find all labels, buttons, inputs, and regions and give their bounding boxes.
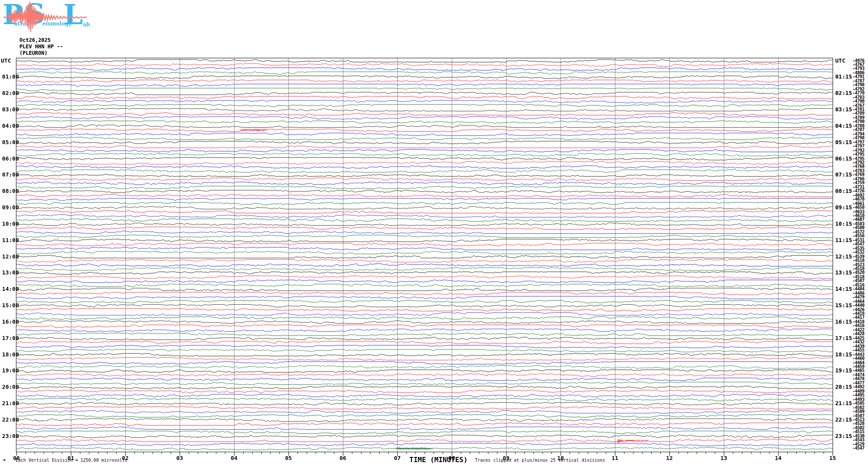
psl-logo: P atras S eismology L ab bbox=[3, 0, 93, 35]
right-hour-label: 02:15 bbox=[835, 90, 852, 96]
header-date: Oct26,2025 bbox=[19, 37, 51, 43]
left-hour-label: 03:00 bbox=[0, 107, 19, 113]
left-hour-label: 01:00 bbox=[0, 74, 19, 80]
right-hour-label: 15:15 bbox=[835, 302, 852, 309]
right-hour-label: 14:15 bbox=[835, 286, 852, 292]
seismogram-trace-canvas bbox=[16, 58, 833, 452]
x-tick-label: 14 bbox=[772, 455, 785, 461]
x-tick-label: 08 bbox=[445, 455, 458, 461]
x-tick-label: 11 bbox=[608, 455, 621, 461]
right-hour-label: 09:15 bbox=[835, 205, 852, 211]
right-hour-label: 19:15 bbox=[835, 368, 852, 374]
x-tick-label: 15 bbox=[826, 455, 839, 461]
left-hour-label: 21:00 bbox=[0, 400, 19, 406]
x-tick-label: 02 bbox=[119, 455, 132, 461]
left-hour-label: 05:00 bbox=[0, 139, 19, 145]
right-hour-label: 11:15 bbox=[835, 237, 852, 243]
left-hour-label: 04:00 bbox=[0, 123, 19, 129]
left-axis-utc-label: UTC bbox=[1, 58, 11, 64]
left-hour-label: 12:00 bbox=[0, 254, 19, 260]
right-axis-utc-label: UTC bbox=[835, 58, 845, 64]
right-hour-label: 10:15 bbox=[835, 221, 852, 227]
x-tick-label: 09 bbox=[500, 455, 513, 461]
left-hour-label: 15:00 bbox=[0, 302, 19, 309]
right-hour-label: 18:15 bbox=[835, 352, 852, 358]
right-hour-label: 06:15 bbox=[835, 156, 852, 162]
right-hour-label: 04:15 bbox=[835, 123, 852, 129]
webicorder-page: { "logo": { "letter_p": "P", "word_p": "… bbox=[0, 0, 868, 466]
left-hour-label: 09:00 bbox=[0, 205, 19, 211]
left-hour-label: 06:00 bbox=[0, 156, 19, 162]
x-tick-label: 07 bbox=[391, 455, 404, 461]
x-tick-label: 10 bbox=[554, 455, 567, 461]
right-hour-label: 12:15 bbox=[835, 254, 852, 260]
left-hour-label: 23:00 bbox=[0, 433, 19, 439]
left-hour-label: 07:00 bbox=[0, 172, 19, 178]
right-hour-label: 07:15 bbox=[835, 172, 852, 178]
left-hour-label: 14:00 bbox=[0, 286, 19, 292]
left-hour-label: 13:00 bbox=[0, 270, 19, 276]
x-tick-label: 04 bbox=[228, 455, 241, 461]
right-hour-label: 05:15 bbox=[835, 139, 852, 145]
x-tick-label: 06 bbox=[336, 455, 349, 461]
x-axis-title: TIME (MINUTES) bbox=[409, 456, 468, 464]
seismogram-waveform-icon bbox=[3, 0, 93, 35]
helicorder-plot-area bbox=[16, 58, 833, 452]
right-hour-label: 22:15 bbox=[835, 417, 852, 423]
x-tick-label: 03 bbox=[173, 455, 186, 461]
right-hour-label: 01:15 bbox=[835, 74, 852, 80]
right-hour-label: 16:15 bbox=[835, 319, 852, 325]
x-tick-label: 00 bbox=[10, 455, 23, 461]
left-hour-label: 20:00 bbox=[0, 384, 19, 390]
left-hour-label: 02:00 bbox=[0, 90, 19, 96]
right-hour-label: 21:15 bbox=[835, 400, 852, 406]
right-hour-label: 08:15 bbox=[835, 188, 852, 194]
footer-clip-note: Traces clipped at plus/minus 25 vertical… bbox=[475, 458, 605, 463]
left-hour-label: 08:00 bbox=[0, 188, 19, 194]
left-hour-label: 17:00 bbox=[0, 335, 19, 341]
right-trace-value: -4547 bbox=[852, 446, 865, 450]
footer-mini-mark-icon: M bbox=[3, 459, 5, 462]
right-hour-label: 20:15 bbox=[835, 384, 852, 390]
right-hour-label: 17:15 bbox=[835, 335, 852, 341]
header-station: PLEV HHN HP -- bbox=[19, 44, 63, 50]
left-hour-label: 16:00 bbox=[0, 319, 19, 325]
right-hour-label: 03:15 bbox=[835, 107, 852, 113]
x-tick-label: 05 bbox=[282, 455, 295, 461]
left-hour-label: 18:00 bbox=[0, 352, 19, 358]
left-hour-label: 11:00 bbox=[0, 237, 19, 243]
right-hour-label: 13:15 bbox=[835, 270, 852, 276]
x-tick-label: 13 bbox=[717, 455, 730, 461]
left-hour-label: 10:00 bbox=[0, 221, 19, 227]
left-hour-label: 19:00 bbox=[0, 368, 19, 374]
header-location: (PLEURON) bbox=[19, 50, 48, 56]
right-hour-label: 23:15 bbox=[835, 433, 852, 439]
x-tick-label: 12 bbox=[663, 455, 676, 461]
left-hour-label: 22:00 bbox=[0, 417, 19, 423]
x-tick-label: 01 bbox=[64, 455, 77, 461]
